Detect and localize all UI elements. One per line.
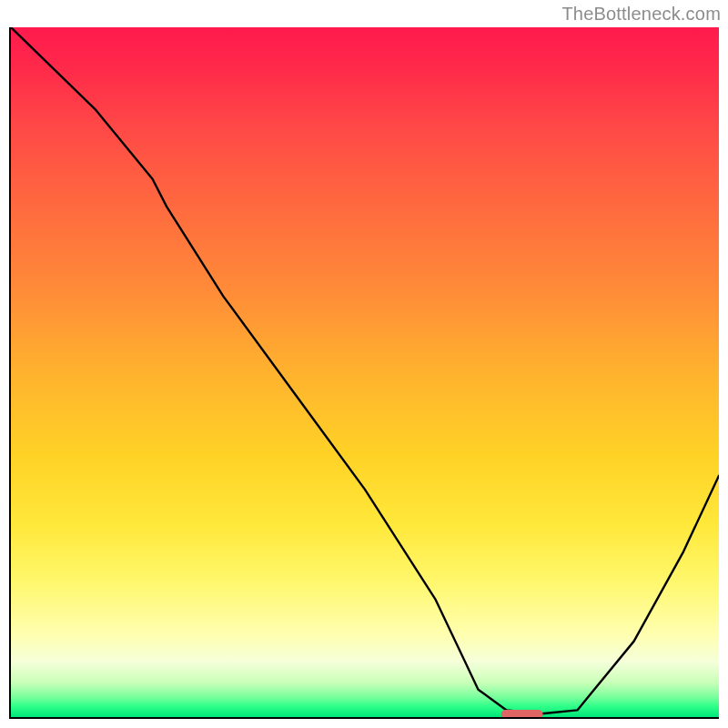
plot-area — [9, 27, 719, 719]
curve-svg — [11, 27, 719, 717]
chart-container: TheBottleneck.com — [0, 0, 728, 728]
optimum-marker — [500, 710, 543, 719]
bottleneck-curve — [11, 27, 719, 713]
watermark-text: TheBottleneck.com — [561, 4, 721, 25]
